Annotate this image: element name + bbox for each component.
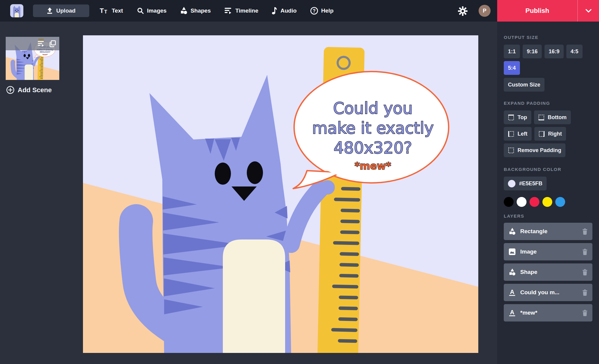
pad-right-label: Right (548, 131, 562, 137)
shapes-icon (508, 228, 516, 235)
background-color-button[interactable]: #E5E5FB (504, 177, 547, 190)
output-size-label: OUTPUT SIZE (504, 35, 592, 40)
settings-panel: OUTPUT SIZE 1:1 9:16 16:9 4:5 5:4 Custom… (497, 22, 599, 364)
pad-bottom-button[interactable]: Bottom (534, 110, 571, 124)
scene-thumbnail[interactable] (6, 37, 59, 80)
ratio-16-9-button[interactable]: 16:9 (544, 45, 564, 58)
top-navigation: T T Text Images Shapes (100, 0, 334, 22)
pad-left-label: Left (518, 131, 527, 137)
layers-list: Rectangle Image Shape (504, 223, 592, 321)
text-layer-icon: A (508, 289, 516, 296)
delete-layer-icon[interactable] (582, 228, 588, 235)
nav-shapes-label: Shapes (190, 7, 211, 14)
nav-images[interactable]: Images (137, 7, 167, 14)
remove-padding-icon (508, 147, 514, 154)
svg-text:T: T (104, 9, 107, 14)
editor-app: Upload T T Text Images (0, 0, 599, 364)
nav-timeline[interactable]: Timeline (225, 7, 258, 14)
pad-right-icon (539, 131, 545, 137)
question-circle-icon: ? (310, 7, 318, 15)
layer-row-text-mew[interactable]: A *mew* (504, 304, 592, 321)
pad-bottom-label: Bottom (548, 114, 567, 121)
image-icon (508, 248, 516, 255)
layer-row-shape[interactable]: Shape (504, 263, 592, 281)
avatar-initial: P (483, 8, 486, 14)
nav-help-label: Help (321, 7, 333, 14)
ratio-5-4-button-selected[interactable]: 5:4 (504, 61, 520, 75)
pad-bottom-icon (538, 114, 544, 121)
nav-timeline-label: Timeline (235, 7, 258, 14)
app-logo[interactable] (10, 4, 23, 17)
settings-gear-button[interactable] (458, 6, 468, 16)
music-note-icon (272, 7, 277, 15)
output-size-options: 1:1 9:16 16:9 4:5 5:4 (504, 45, 585, 75)
cat-logo-icon (12, 5, 22, 17)
custom-size-button[interactable]: Custom Size (504, 78, 544, 92)
pad-left-button[interactable]: Left (504, 127, 532, 141)
svg-text:A: A (510, 309, 514, 316)
publish-button-group: Publish (497, 0, 599, 22)
palette-black-swatch[interactable] (504, 197, 514, 207)
pad-left-icon (508, 131, 514, 137)
pad-right-button[interactable]: Right (534, 127, 566, 141)
palette-blue-swatch[interactable] (555, 197, 565, 207)
upload-button[interactable]: Upload (33, 4, 89, 17)
palette-red-swatch[interactable] (530, 197, 539, 207)
scene-timeline-icon[interactable] (38, 40, 45, 47)
publish-label: Publish (525, 7, 549, 15)
delete-layer-icon[interactable] (582, 248, 588, 255)
svg-text:?: ? (313, 8, 316, 13)
layer-label: Rectangle (520, 228, 580, 235)
upload-icon (47, 7, 53, 14)
palette-white-swatch[interactable] (517, 197, 527, 207)
pad-top-button[interactable]: Top (504, 110, 531, 124)
plus-circle-icon (6, 86, 14, 94)
shapes-icon (508, 269, 516, 276)
svg-text:T: T (100, 7, 104, 14)
background-color-label: BACKGROUND COLOR (504, 167, 592, 172)
duplicate-scene-icon[interactable] (49, 40, 56, 47)
layer-label: Could you m... (520, 289, 580, 296)
ratio-1-1-button[interactable]: 1:1 (504, 45, 520, 58)
nav-help[interactable]: ? Help (310, 7, 333, 15)
svg-text:A: A (510, 289, 514, 295)
scene-thumbnail-overlay (6, 37, 59, 50)
layer-label: Shape (520, 269, 580, 275)
remove-padding-button[interactable]: Remove Padding (504, 143, 565, 157)
remove-padding-label: Remove Padding (518, 147, 561, 154)
background-color-swatch (508, 180, 515, 187)
ratio-9-16-button[interactable]: 9:16 (523, 45, 542, 58)
nav-audio[interactable]: Audio (272, 7, 297, 15)
delete-layer-icon[interactable] (582, 269, 588, 276)
publish-button[interactable]: Publish (497, 0, 577, 22)
add-scene-button[interactable]: Add Scene (6, 86, 52, 94)
editor-canvas[interactable] (83, 35, 478, 353)
top-toolbar: Upload T T Text Images (0, 0, 599, 22)
text-layer-icon: A (508, 309, 516, 317)
search-icon (137, 7, 144, 14)
add-scene-label: Add Scene (18, 86, 52, 94)
color-palette (504, 197, 592, 207)
nav-images-label: Images (147, 7, 167, 14)
layer-label: Image (520, 248, 580, 255)
delete-layer-icon[interactable] (582, 289, 588, 296)
layer-row-rectangle[interactable]: Rectangle (504, 223, 592, 240)
nav-text-label: Text (112, 7, 123, 14)
shapes-icon (180, 7, 187, 15)
background-color-value: #E5E5FB (519, 181, 542, 187)
layer-row-image[interactable]: Image (504, 243, 592, 260)
publish-dropdown-button[interactable] (577, 0, 599, 22)
palette-yellow-swatch[interactable] (542, 197, 552, 207)
delete-layer-icon[interactable] (582, 310, 588, 316)
nav-text[interactable]: T T Text (100, 7, 123, 14)
layer-label: *mew* (520, 310, 580, 316)
gear-icon (458, 6, 468, 16)
expand-padding-label: EXPAND PADDING (504, 101, 592, 106)
ratio-4-5-button[interactable]: 4:5 (566, 45, 583, 58)
timeline-icon (225, 7, 232, 14)
layer-row-text-could-you[interactable]: A Could you m... (504, 284, 592, 301)
nav-audio-label: Audio (280, 7, 297, 14)
scene-canvas-art (83, 35, 478, 353)
nav-shapes[interactable]: Shapes (180, 7, 211, 15)
avatar[interactable]: P (479, 5, 491, 17)
